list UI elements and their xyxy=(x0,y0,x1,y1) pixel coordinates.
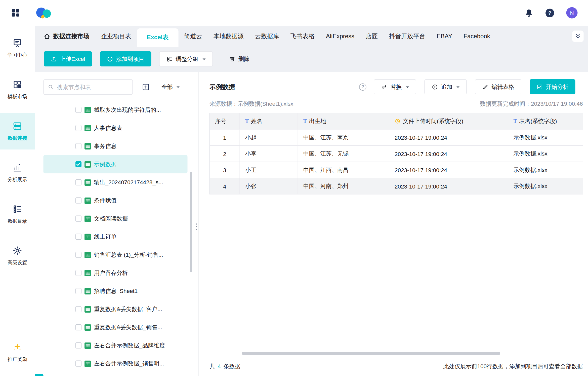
dataset-panel: 示例数据 ? 替换 追加 xyxy=(199,72,588,376)
drag-handle-icon[interactable] xyxy=(196,223,197,230)
tree-item-label: 左右合并示例数据_品牌维度 xyxy=(94,342,165,349)
table-row[interactable]: 3小王中国、江西、南昌2023-10-17 19:00:24示例数据.xlsx xyxy=(210,162,583,178)
tree-item-label: 用户留存分析 xyxy=(94,269,128,277)
tree-item[interactable]: 输出_20240702174428_s... xyxy=(44,173,188,192)
update-time-label: 数据更新完成时间： xyxy=(480,100,531,107)
checkbox[interactable] xyxy=(75,179,81,185)
table-cell: 中国、江苏、南京 xyxy=(298,130,389,145)
table-row[interactable]: 4小张中国、河南、郑州2023-10-17 19:00:24示例数据.xlsx xyxy=(210,178,583,194)
checkbox[interactable] xyxy=(75,324,81,330)
checkbox[interactable] xyxy=(75,343,81,349)
tab-店匠[interactable]: 店匠 xyxy=(360,26,384,47)
tree-item[interactable]: 线上订单 xyxy=(44,228,188,246)
checkbox[interactable] xyxy=(75,306,81,312)
tabs-collapse-button[interactable] xyxy=(572,31,584,42)
horizontal-scrollbar[interactable] xyxy=(242,352,500,355)
tab-企业项目表[interactable]: 企业项目表 xyxy=(96,26,137,47)
data-table: 序号T姓名T出生地文件上传时间(系统字段)T表名(系统字段) 1小赵中国、江苏、… xyxy=(209,113,583,195)
tree-item[interactable]: 示例数据 xyxy=(44,155,188,173)
tab-AliExpress[interactable]: AliExpress xyxy=(320,26,360,47)
search-input[interactable] xyxy=(57,84,129,90)
sidebar-item-advanced-settings[interactable]: 高级设置 xyxy=(0,238,35,274)
tree-item[interactable]: 重复数据&丢失数据_销售... xyxy=(44,318,188,336)
column-header[interactable]: 文件上传时间(系统字段) xyxy=(389,113,508,129)
tree-item[interactable]: 销售汇总表 (1)_分析-销售... xyxy=(44,246,188,264)
tab-home-market[interactable]: 数据连接市场 xyxy=(44,32,90,40)
append-button[interactable]: 追加 xyxy=(425,79,467,94)
sidebar-item-learning-center[interactable]: 学习中心 xyxy=(0,30,35,66)
delete-label: 删除 xyxy=(238,55,250,63)
tree-item[interactable]: 左右合并示例数据_销售明... xyxy=(44,355,188,373)
upload-excel-label: 上传Excel xyxy=(60,55,85,63)
checkbox[interactable] xyxy=(75,252,81,258)
checkbox[interactable] xyxy=(75,270,81,276)
checkbox[interactable] xyxy=(75,143,81,149)
group-icon xyxy=(166,56,173,62)
delete-button[interactable]: 删除 xyxy=(226,51,253,66)
column-header[interactable]: T表名(系统字段) xyxy=(508,113,584,129)
dataset-help-icon[interactable]: ? xyxy=(359,83,366,91)
tree-item[interactable]: 事务信息 xyxy=(44,137,188,155)
add-to-project-button[interactable]: 添加到项目 xyxy=(100,51,151,66)
tree-item[interactable]: 文档阅读数据 xyxy=(44,210,188,228)
app-launcher-icon[interactable] xyxy=(11,8,20,18)
sidebar-item-label: 分析展示 xyxy=(8,176,27,183)
tab-本地数据源[interactable]: 本地数据源 xyxy=(208,26,249,47)
sidebar-item-data-catalog[interactable]: 数据目录 xyxy=(0,196,35,233)
chevron-down-icon xyxy=(177,87,180,90)
edit-table-button[interactable]: 编辑表格 xyxy=(475,79,522,94)
checkbox[interactable] xyxy=(75,198,81,204)
tree-item[interactable]: 用户留存分析 xyxy=(44,264,188,282)
tree-item[interactable]: 左右合并示例数据_品牌维度 xyxy=(44,336,188,355)
filter-select[interactable]: 全部 xyxy=(161,84,180,91)
sheet-icon xyxy=(85,125,91,131)
sidebar-item-analysis-display[interactable]: 分析展示 xyxy=(0,155,35,191)
tab-Facebook[interactable]: Facebook xyxy=(458,26,496,47)
checkbox[interactable] xyxy=(75,125,81,131)
column-header[interactable]: T姓名 xyxy=(240,113,298,129)
column-header[interactable]: 序号 xyxy=(210,113,240,129)
sidebar-item-template-market[interactable]: 模板市场 xyxy=(0,72,35,108)
brand-logo[interactable] xyxy=(36,6,53,20)
notification-bell-icon[interactable] xyxy=(524,8,533,17)
help-icon[interactable]: ? xyxy=(545,9,554,17)
table-cell: 小张 xyxy=(240,178,298,194)
checkbox[interactable] xyxy=(75,234,81,240)
checkbox[interactable] xyxy=(75,361,81,367)
sheet-icon xyxy=(85,215,91,222)
tree-item[interactable]: 条件赋值 xyxy=(44,192,188,210)
upload-excel-button[interactable]: 上传Excel xyxy=(44,51,92,66)
replace-label: 替换 xyxy=(391,83,402,91)
adjust-group-button[interactable]: 调整分组 xyxy=(159,51,213,66)
replace-button[interactable]: 替换 xyxy=(374,79,416,94)
tree-item[interactable]: 招聘信息_Sheet1 xyxy=(44,282,188,300)
column-header[interactable]: T出生地 xyxy=(298,113,389,129)
tab-EBAY[interactable]: EBAY xyxy=(431,26,458,47)
tab-云数据库[interactable]: 云数据库 xyxy=(249,26,285,47)
checkbox[interactable] xyxy=(75,161,81,167)
tab-Excel表[interactable]: Excel表 xyxy=(137,28,179,47)
avatar[interactable]: N xyxy=(566,7,578,19)
table-cell: 3 xyxy=(210,162,240,178)
checkbox[interactable] xyxy=(75,107,81,113)
sheet-icon xyxy=(85,252,91,258)
add-node-button[interactable] xyxy=(138,80,153,95)
table-row[interactable]: 2小李中国、江苏、无锡2023-10-17 19:00:24示例数据.xlsx xyxy=(210,145,583,162)
start-analysis-button[interactable]: 开始分析 xyxy=(530,79,575,94)
table-cell: 4 xyxy=(210,178,240,194)
corner-accent xyxy=(35,374,44,376)
search-icon xyxy=(48,84,54,90)
tab-简道云[interactable]: 简道云 xyxy=(178,26,208,47)
sidebar-item-data-connection[interactable]: 数据连接 xyxy=(0,113,35,149)
checkbox[interactable] xyxy=(75,288,81,294)
table-row[interactable]: 1小赵中国、江苏、南京2023-10-17 19:00:24示例数据.xlsx xyxy=(210,129,583,145)
tab-飞书表格[interactable]: 飞书表格 xyxy=(285,26,320,47)
tab-抖音开放平台[interactable]: 抖音开放平台 xyxy=(384,26,431,47)
tree-item[interactable]: 人事信息表 xyxy=(44,119,188,137)
sidebar-item-label: 学习中心 xyxy=(8,52,27,59)
sidebar-item-promo-reward[interactable]: 推广奖励 xyxy=(0,334,35,371)
tree-item[interactable]: 重复数据&丢失数据_客户... xyxy=(44,300,188,318)
tree-item[interactable]: 截取多次出现的字符后的... xyxy=(44,101,188,119)
tree-scrollbar[interactable] xyxy=(190,172,192,272)
checkbox[interactable] xyxy=(75,216,81,222)
